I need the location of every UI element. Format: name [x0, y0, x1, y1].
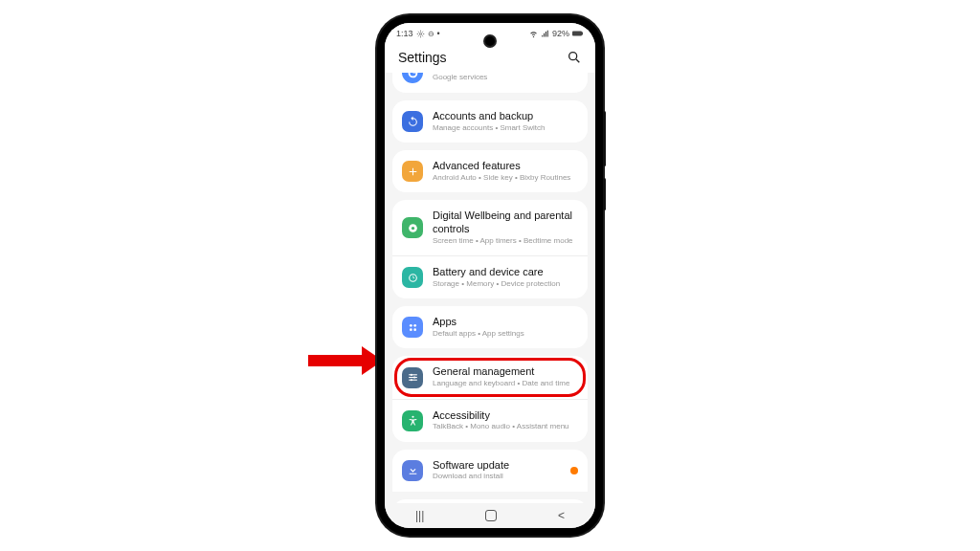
search-icon[interactable]: [567, 50, 582, 65]
home-button[interactable]: [485, 510, 497, 521]
row-subtitle: Android Auto • Side key • Bixby Routines: [433, 173, 570, 183]
battery-icon: [572, 30, 584, 37]
row-subtitle: Language and keyboard • Date and time: [433, 379, 569, 388]
gear-icon: [416, 30, 425, 38]
svg-point-6: [411, 227, 413, 230]
settings-row-google-services[interactable]: Google services: [392, 73, 588, 93]
row-subtitle: Manage accounts • Smart Switch: [433, 123, 546, 133]
settings-header: Settings: [385, 44, 595, 73]
svg-point-8: [409, 324, 412, 327]
row-subtitle: Google services: [433, 73, 487, 82]
svg-point-17: [410, 379, 412, 381]
row-title: Accessibility: [433, 409, 569, 423]
settings-row-software-update[interactable]: Software updateDownload and install: [392, 450, 588, 492]
phone-frame: 1:13 ⊖ • 92% Settings Google servicesAcc…: [377, 15, 603, 536]
svg-rect-12: [409, 374, 417, 375]
battery-pct: 92%: [552, 29, 569, 38]
row-text: AppsDefault apps • App settings: [433, 316, 524, 339]
svg-rect-14: [409, 380, 417, 381]
settings-row-digital-wellbeing[interactable]: Digital Wellbeing and parental controlsS…: [392, 200, 588, 255]
sync-icon: [402, 111, 423, 132]
row-subtitle: Default apps • App settings: [433, 329, 524, 339]
row-title: Advanced features: [433, 160, 570, 173]
page-title: Settings: [398, 50, 447, 65]
wifi-icon: [529, 30, 538, 38]
row-title: General management: [433, 365, 569, 379]
row-text: Accounts and backupManage accounts • Sma…: [433, 110, 546, 133]
dnd-icon: ⊖: [428, 30, 434, 38]
row-text: AccessibilityTalkBack • Mono audio • Ass…: [433, 409, 569, 432]
row-title: Battery and device care: [433, 266, 560, 279]
svg-line-4: [576, 59, 579, 62]
signal-icon: [541, 30, 549, 38]
row-text: Google services: [433, 73, 487, 82]
row-subtitle: Download and install: [433, 472, 509, 481]
row-subtitle: Screen time • App timers • Bedtime mode: [433, 236, 578, 246]
settings-row-advanced-features[interactable]: Advanced featuresAndroid Auto • Side key…: [392, 150, 588, 192]
settings-row-general-management[interactable]: General managementLanguage and keyboard …: [392, 356, 588, 398]
recents-button[interactable]: |||: [415, 509, 424, 522]
row-text: Digital Wellbeing and parental controlsS…: [433, 209, 578, 246]
settings-row-accounts-backup[interactable]: Accounts and backupManage accounts • Sma…: [392, 100, 588, 143]
settings-row-accessibility[interactable]: AccessibilityTalkBack • Mono audio • Ass…: [392, 399, 588, 442]
row-subtitle: TalkBack • Mono audio • Assistant menu: [433, 422, 569, 431]
care-icon: [402, 267, 423, 288]
svg-point-3: [569, 53, 577, 60]
svg-point-18: [412, 416, 413, 418]
settings-row-battery-care[interactable]: Battery and device careStorage • Memory …: [392, 255, 588, 298]
row-subtitle: Storage • Memory • Device protection: [433, 279, 560, 289]
settings-card: General managementLanguage and keyboard …: [392, 356, 588, 441]
wellbeing-icon: [402, 217, 423, 238]
row-text: Battery and device careStorage • Memory …: [433, 266, 560, 289]
settings-row-apps[interactable]: AppsDefault apps • App settings: [392, 306, 588, 348]
svg-rect-13: [409, 377, 417, 378]
svg-rect-1: [572, 32, 582, 36]
settings-card: Digital Wellbeing and parental controlsS…: [392, 200, 588, 298]
svg-point-10: [409, 328, 412, 331]
sliders-icon: [402, 367, 423, 388]
google-icon: [402, 73, 423, 83]
settings-card: AppsDefault apps • App settings: [392, 306, 588, 348]
svg-rect-2: [582, 33, 583, 35]
row-title: Accounts and backup: [433, 110, 546, 123]
svg-point-9: [413, 324, 416, 327]
row-title: Apps: [433, 316, 524, 329]
row-text: Software updateDownload and install: [433, 459, 509, 482]
apps-icon: [402, 317, 423, 338]
callout-arrow: [308, 346, 383, 373]
android-navbar: ||| <: [385, 503, 595, 528]
row-title: Software update: [433, 459, 509, 473]
settings-card: Accounts and backupManage accounts • Sma…: [392, 100, 588, 143]
row-text: Advanced featuresAndroid Auto • Side key…: [433, 160, 570, 183]
settings-card: Advanced featuresAndroid Auto • Side key…: [392, 150, 588, 192]
update-badge: [570, 467, 578, 474]
status-time: 1:13: [396, 29, 413, 38]
svg-point-16: [413, 376, 415, 378]
row-title: Digital Wellbeing and parental controls: [433, 209, 578, 236]
row-text: General managementLanguage and keyboard …: [433, 365, 569, 388]
punch-hole-camera: [485, 36, 495, 46]
svg-point-15: [410, 374, 412, 376]
svg-point-11: [413, 328, 416, 331]
back-button[interactable]: <: [558, 509, 565, 522]
settings-card: Google services: [392, 73, 588, 93]
svg-point-0: [419, 33, 421, 34]
settings-card: Software updateDownload and install: [392, 450, 588, 492]
more-icon: •: [437, 29, 439, 38]
settings-list: Google servicesAccounts and backupManage…: [385, 73, 595, 518]
a11y-icon: [402, 410, 423, 431]
download-icon: [402, 460, 423, 481]
plus-icon: [402, 161, 423, 182]
